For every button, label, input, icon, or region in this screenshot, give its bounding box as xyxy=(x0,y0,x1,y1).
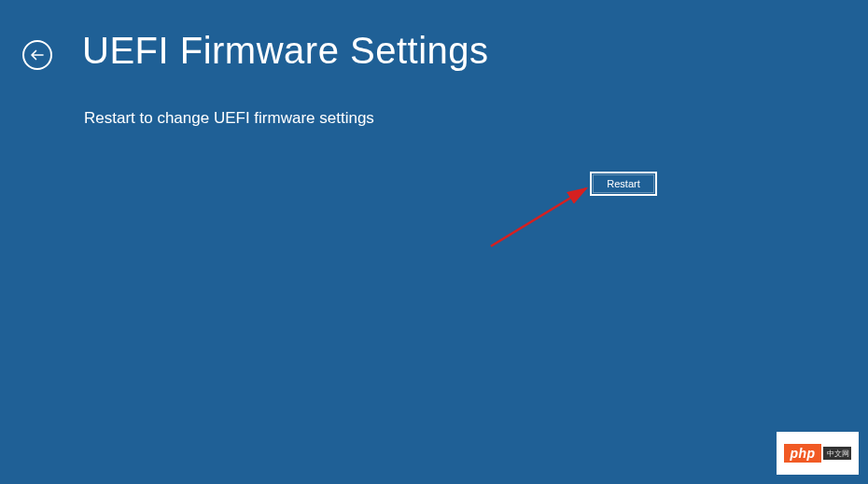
header: UEFI Firmware Settings xyxy=(0,0,868,72)
watermark-inner: php 中文网 xyxy=(784,444,850,463)
back-button[interactable] xyxy=(22,40,52,70)
watermark-suffix: 中文网 xyxy=(823,447,851,460)
back-arrow-icon xyxy=(29,47,46,63)
page-title: UEFI Firmware Settings xyxy=(82,30,489,72)
content-area: Restart to change UEFI firmware settings xyxy=(0,72,868,128)
annotation-arrow-icon xyxy=(489,179,601,254)
restart-button[interactable]: Restart xyxy=(590,172,657,196)
watermark-logo: php xyxy=(784,444,820,463)
watermark: php 中文网 xyxy=(777,432,859,475)
description-text: Restart to change UEFI firmware settings xyxy=(84,109,868,128)
svg-line-1 xyxy=(491,188,586,246)
